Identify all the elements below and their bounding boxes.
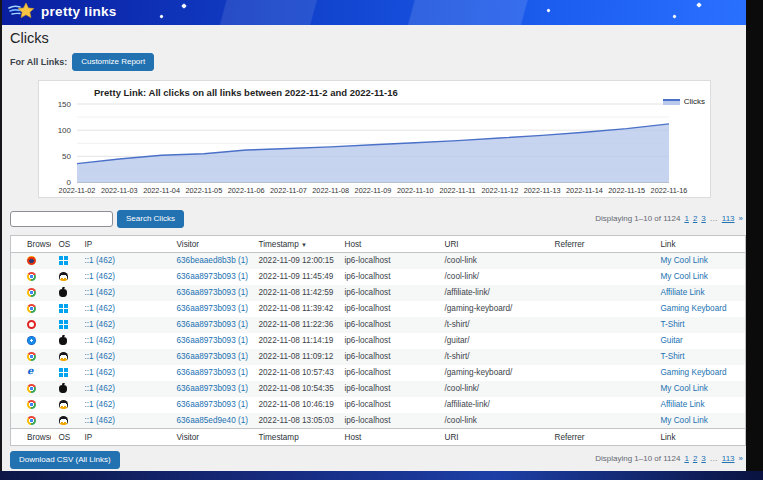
col-timestamp-footer[interactable]: Timestamp xyxy=(251,429,337,446)
pretty-link-title-link[interactable]: My Cool Link xyxy=(661,384,708,393)
clicks-area-chart: 0501001502022-11-022022-11-032022-11-042… xyxy=(41,101,701,197)
ip-link[interactable]: ::1 (462) xyxy=(85,384,116,393)
timestamp-cell: 2022-11-08 10:57:43 xyxy=(251,365,337,381)
col-referrer[interactable]: Referrer xyxy=(547,236,653,253)
host-cell: ip6-localhost xyxy=(337,333,437,349)
visitor-link[interactable]: 636aa8973b093 (1) xyxy=(177,304,248,313)
uri-cell: /affiliate-link/ xyxy=(437,285,547,301)
uri-cell: /gaming-keyboard/ xyxy=(437,301,547,317)
col-uri-footer[interactable]: URI xyxy=(437,429,547,446)
next-page-link[interactable]: » xyxy=(739,214,743,223)
apple-icon xyxy=(59,385,67,393)
os-cell xyxy=(51,333,77,349)
desktop-bottom-bar xyxy=(0,471,763,480)
page-link-1[interactable]: 1 xyxy=(684,214,688,223)
pretty-link-title-link[interactable]: Guitar xyxy=(661,336,683,345)
pretty-link-title-link[interactable]: Affiliate Link xyxy=(661,400,705,409)
table-row: ::1 (462) 636aa8973b093 (1) 2022-11-08 1… xyxy=(11,317,746,333)
clicks-chart-card: Pretty Link: All clicks on all links bet… xyxy=(38,80,711,198)
ip-link[interactable]: ::1 (462) xyxy=(85,400,116,409)
pretty-link-title-link[interactable]: Gaming Keyboard xyxy=(661,304,727,313)
os-cell xyxy=(51,317,77,333)
referrer-cell xyxy=(547,413,653,429)
pretty-link-title-link[interactable]: Gaming Keyboard xyxy=(661,368,727,377)
os-cell xyxy=(51,253,77,269)
browser-cell xyxy=(11,317,51,333)
pretty-link-title-link[interactable]: T-Shirt xyxy=(661,352,685,361)
page-link-3[interactable]: 3 xyxy=(701,214,705,223)
table-row: ::1 (462) 636beaaed8b3b (1) 2022-11-09 1… xyxy=(11,253,746,269)
table-row: ::1 (462) 636aa8973b093 (1) 2022-11-08 1… xyxy=(11,381,746,397)
page-link-3[interactable]: 3 xyxy=(701,454,705,463)
os-cell xyxy=(51,349,77,365)
visitor-link[interactable]: 636beaaed8b3b (1) xyxy=(177,256,248,265)
pretty-link-title-link[interactable]: My Cool Link xyxy=(661,272,708,281)
visitor-link[interactable]: 636aa8973b093 (1) xyxy=(177,384,248,393)
ip-link[interactable]: ::1 (462) xyxy=(85,320,116,329)
col-host[interactable]: Host xyxy=(337,236,437,253)
page-link-1[interactable]: 1 xyxy=(684,454,688,463)
safari-icon xyxy=(27,336,36,345)
page-link-last[interactable]: 113 xyxy=(722,214,735,223)
svg-text:2022-11-07: 2022-11-07 xyxy=(270,186,307,195)
col-visitor-footer[interactable]: Visitor xyxy=(169,429,251,446)
page-link-2[interactable]: 2 xyxy=(693,214,697,223)
visitor-link[interactable]: 636aa8973b093 (1) xyxy=(177,400,248,409)
chrome-icon xyxy=(27,352,36,361)
chrome-icon xyxy=(27,400,36,409)
pretty-link-title-link[interactable]: My Cool Link xyxy=(661,416,708,425)
referrer-cell xyxy=(547,333,653,349)
col-link[interactable]: Link xyxy=(653,236,746,253)
legend-label: Clicks xyxy=(684,97,705,106)
col-host-footer[interactable]: Host xyxy=(337,429,437,446)
ip-link[interactable]: ::1 (462) xyxy=(85,272,116,281)
pagination-bottom: Displaying 1–10 of 1124 1 2 3 … 113 » xyxy=(595,454,743,463)
ip-link[interactable]: ::1 (462) xyxy=(85,304,116,313)
ip-link[interactable]: ::1 (462) xyxy=(85,288,116,297)
table-row: ::1 (462) 636aa85ed9e40 (1) 2022-11-08 1… xyxy=(11,413,746,429)
os-cell xyxy=(51,413,77,429)
pretty-link-title-link[interactable]: My Cool Link xyxy=(661,256,708,265)
page-ellipsis: … xyxy=(710,454,718,463)
chrome-icon xyxy=(27,384,36,393)
ip-link[interactable]: ::1 (462) xyxy=(85,352,116,361)
search-clicks-button[interactable]: Search Clicks xyxy=(117,210,184,228)
download-csv-button[interactable]: Download CSV (All Links) xyxy=(10,451,120,469)
col-visitor[interactable]: Visitor xyxy=(169,236,251,253)
col-link-footer[interactable]: Link xyxy=(653,429,746,446)
ip-link[interactable]: ::1 (462) xyxy=(85,416,116,425)
visitor-link[interactable]: 636aa8973b093 (1) xyxy=(177,288,248,297)
search-input[interactable] xyxy=(10,211,113,227)
visitor-link[interactable]: 636aa85ed9e40 (1) xyxy=(177,416,248,425)
col-ip[interactable]: IP xyxy=(77,236,169,253)
col-uri[interactable]: URI xyxy=(437,236,547,253)
windows-icon xyxy=(59,320,68,329)
col-referrer-footer[interactable]: Referrer xyxy=(547,429,653,446)
visitor-link[interactable]: 636aa8973b093 (1) xyxy=(177,352,248,361)
edge-icon xyxy=(27,368,36,377)
col-timestamp[interactable]: Timestamp ▼ xyxy=(251,236,337,253)
col-ip-footer[interactable]: IP xyxy=(77,429,169,446)
pretty-link-title-link[interactable]: Affiliate Link xyxy=(661,288,705,297)
apple-icon xyxy=(59,289,67,297)
table-footer-row: Browser OS IP Visitor Timestamp Host URI… xyxy=(11,429,746,446)
pretty-link-title-link[interactable]: T-Shirt xyxy=(661,320,685,329)
next-page-link[interactable]: » xyxy=(739,454,743,463)
ip-link[interactable]: ::1 (462) xyxy=(85,256,116,265)
browser-cell xyxy=(11,381,51,397)
visitor-link[interactable]: 636aa8973b093 (1) xyxy=(177,336,248,345)
clicks-series-swatch xyxy=(663,99,680,105)
ip-link[interactable]: ::1 (462) xyxy=(85,368,116,377)
ip-link[interactable]: ::1 (462) xyxy=(85,336,116,345)
svg-text:2022-11-12: 2022-11-12 xyxy=(481,186,518,195)
bottom-actions: Download CSV (All Links) xyxy=(10,448,120,469)
visitor-link[interactable]: 636aa8973b093 (1) xyxy=(177,368,248,377)
timestamp-cell: 2022-11-09 11:45:49 xyxy=(251,269,337,285)
referrer-cell xyxy=(547,253,653,269)
customize-report-button[interactable]: Customize Report xyxy=(72,53,154,71)
page-link-2[interactable]: 2 xyxy=(693,454,697,463)
page-title: Clicks xyxy=(10,30,49,46)
visitor-link[interactable]: 636aa8973b093 (1) xyxy=(177,272,248,281)
visitor-link[interactable]: 636aa8973b093 (1) xyxy=(177,320,248,329)
page-link-last[interactable]: 113 xyxy=(722,454,735,463)
